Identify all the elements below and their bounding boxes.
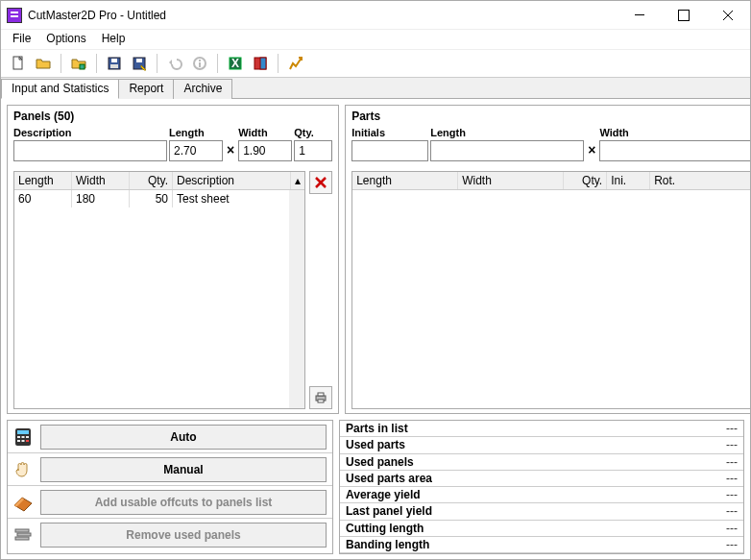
svg-rect-6 [136,59,142,62]
svg-rect-4 [110,64,118,68]
menu-options[interactable]: Options [38,30,93,49]
panels-description-input[interactable] [13,140,167,161]
title-bar: CutMaster2D Pro - Untitled [1,1,750,30]
open-project-icon[interactable] [67,52,90,75]
export-excel-icon[interactable]: X [224,52,247,75]
menu-bar: File Options Help [1,30,750,49]
svg-text:X: X [231,57,239,70]
panels-table: Length Width Qty. Description ▴ 6018050T… [13,171,305,409]
stats-label: Parts in list [340,422,726,435]
svg-rect-31 [17,533,31,536]
parts-label-initials: Initials [351,127,428,140]
remove-panels-icon [8,524,38,546]
parts-title: Parts [346,106,751,127]
parts-col-ini[interactable]: Ini. [607,172,650,189]
stats-row: Parts in list--- [340,421,743,437]
svg-rect-23 [17,430,29,434]
save-as-icon[interactable] [128,52,151,75]
offcuts-icon [8,492,38,513]
panels-length-input[interactable] [169,140,223,161]
stats-value: --- [726,422,743,435]
stats-label: Average yield [340,488,726,501]
import-icon[interactable] [249,52,272,75]
minimize-button[interactable] [618,1,662,30]
tab-input-statistics[interactable]: Input and Statistics [1,79,119,99]
menu-file[interactable]: File [5,30,38,49]
stats-row: Used parts--- [340,437,743,453]
table-row[interactable]: 6018050Test sheet [14,190,289,207]
svg-rect-26 [26,436,29,438]
panels-col-description[interactable]: Description [173,172,291,189]
svg-rect-8 [199,62,201,67]
stats-value: --- [726,522,743,535]
undo-icon[interactable] [163,52,186,75]
panels-label-qty: Qty. [294,127,332,140]
svg-rect-25 [22,436,25,438]
stats-value: --- [726,504,743,518]
tab-report[interactable]: Report [118,79,174,99]
calculator-icon [8,426,38,448]
parts-group: Parts Initials Length × Width Qty. Lengt… [345,105,751,414]
stats-value: --- [726,538,743,551]
new-icon[interactable] [7,52,30,75]
parts-col-qty[interactable]: Qty. [564,172,607,189]
svg-rect-29 [26,440,29,442]
parts-length-input[interactable] [430,140,584,161]
parts-width-input[interactable] [599,140,751,161]
close-button[interactable] [706,1,750,30]
stats-row: Banding length--- [340,537,743,553]
stats-value: --- [726,455,743,469]
parts-initials-input[interactable] [351,140,428,161]
times-symbol: × [225,142,236,161]
svg-rect-30 [15,529,29,532]
manual-button[interactable]: Manual [40,457,327,482]
statistics-panel: Parts in list---Used parts---Used panels… [339,420,744,554]
main-tabs: Input and Statistics Report Archive [1,78,750,99]
stats-value: --- [726,438,743,451]
panels-delete-button[interactable] [309,171,332,194]
optimize-icon[interactable] [284,52,307,75]
panels-col-width[interactable]: Width [72,172,130,189]
info-icon[interactable] [188,52,211,75]
stats-row: Average yield--- [340,487,743,503]
svg-rect-28 [22,440,25,442]
panels-scrollbar[interactable] [289,190,304,408]
stats-row: Cutting length--- [340,521,743,537]
times-symbol-2: × [586,142,597,161]
svg-rect-24 [17,436,20,438]
stats-value: --- [726,472,743,485]
panels-col-qty[interactable]: Qty. [130,172,173,189]
parts-col-width[interactable]: Width [458,172,564,189]
parts-col-length[interactable]: Length [352,172,458,189]
open-icon[interactable] [32,52,55,75]
stats-label: Banding length [340,538,726,551]
auto-button[interactable]: Auto [40,425,327,450]
panels-width-input[interactable] [238,140,292,161]
maximize-button[interactable] [662,1,706,30]
app-icon [7,8,22,23]
svg-rect-3 [111,59,117,62]
panels-group: Panels (50) Description Length × Width Q… [7,105,339,414]
svg-rect-27 [17,440,20,442]
stats-label: Used panels [340,455,726,469]
actions-panel: Auto Manual Add usable offcuts to panels… [7,420,333,554]
panels-qty-input[interactable] [294,140,332,161]
panels-col-sort-icon[interactable]: ▴ [291,172,304,189]
toolbar: X [1,49,750,78]
parts-label-width: Width [599,127,751,140]
parts-label-length: Length [430,127,584,140]
save-icon[interactable] [103,52,126,75]
add-offcuts-button[interactable]: Add usable offcuts to panels list [40,490,327,515]
tab-archive[interactable]: Archive [173,79,232,99]
stats-row: Used panels--- [340,454,743,471]
stats-row: Used parts area--- [340,471,743,487]
panels-print-button[interactable] [309,386,332,409]
panels-label-description: Description [13,127,167,140]
panels-label-width: Width [238,127,292,140]
stats-label: Last panel yield [340,504,726,518]
remove-used-panels-button[interactable]: Remove used panels [40,523,327,548]
panels-col-length[interactable]: Length [14,172,72,189]
menu-help[interactable]: Help [94,30,133,49]
svg-rect-32 [15,537,29,540]
parts-col-rot[interactable]: Rot. [650,172,751,189]
